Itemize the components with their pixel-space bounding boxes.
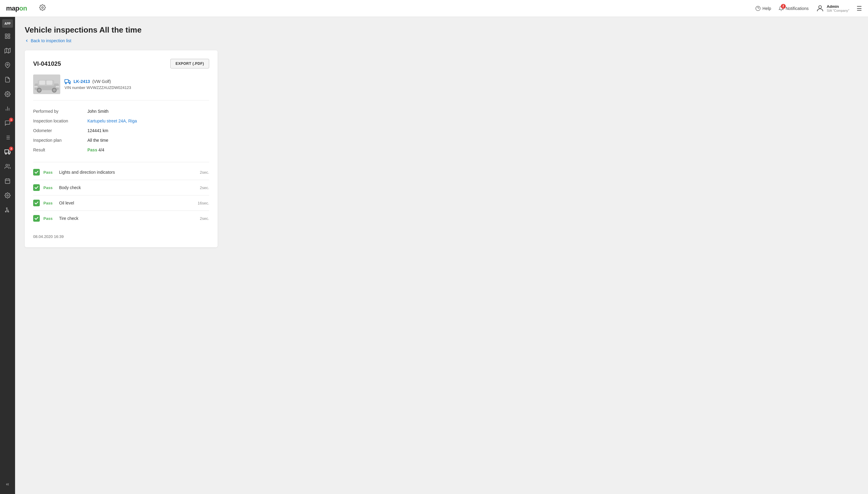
sidebar-item-integrations[interactable] <box>0 203 15 217</box>
svg-point-32 <box>6 208 7 209</box>
svg-point-12 <box>7 94 8 95</box>
field-odometer: Odometer 124441 km <box>33 126 209 135</box>
users-icon <box>4 164 11 170</box>
sidebar-item-location[interactable] <box>0 58 15 72</box>
svg-point-47 <box>65 83 66 84</box>
item-status-oil: Pass <box>43 201 56 205</box>
svg-point-0 <box>42 7 43 8</box>
notifications-badge: 2 <box>781 4 786 9</box>
map-icon <box>4 48 11 54</box>
sidebar-item-reports[interactable] <box>0 101 15 116</box>
svg-point-33 <box>8 211 9 212</box>
sidebar-item-users[interactable] <box>0 159 15 174</box>
page-title: Vehicle inspections All the time <box>25 25 859 35</box>
notifications-button[interactable]: 2 Notifications <box>778 6 809 11</box>
inspection-id: VI-041025 <box>33 60 61 67</box>
svg-rect-6 <box>5 37 7 39</box>
inspection-item-tire: Pass Tire check 2sec. <box>33 211 209 226</box>
document-icon <box>4 77 11 83</box>
vehicle-vin: VIN number WVWZZZAUZDW024123 <box>64 86 131 90</box>
export-pdf-button[interactable]: EXPORT (.PDF) <box>170 59 209 69</box>
item-name-tire: Tire check <box>59 216 196 221</box>
pass-check-icon-tire <box>33 215 40 222</box>
integrations-icon <box>4 207 11 213</box>
svg-point-26 <box>6 164 8 167</box>
messages-badge: 1 <box>9 118 13 122</box>
sidebar-collapse-button[interactable] <box>0 477 15 492</box>
pass-check-icon-oil <box>33 200 40 206</box>
svg-rect-46 <box>65 80 68 83</box>
pass-check-icon-body <box>33 184 40 191</box>
field-location: Inspection location Kartupelu street 24A… <box>33 116 209 126</box>
item-name-lights: Lights and direction indicators <box>59 170 196 175</box>
inspection-info-table: Performed by John Smith Inspection locat… <box>33 107 209 155</box>
sidebar-item-calendar[interactable] <box>0 174 15 188</box>
main-content: Vehicle inspections All the time Back to… <box>15 17 868 494</box>
svg-rect-7 <box>8 37 10 39</box>
collapse-icon <box>5 482 10 487</box>
main-layout: APP 1 3 <box>0 17 868 494</box>
pass-check-icon-lights <box>33 169 40 175</box>
sidebar-item-dashboard[interactable] <box>0 29 15 43</box>
topnav: mapon Help 2 Notifications Admin SIA "Co… <box>0 0 868 17</box>
section-divider <box>33 162 209 162</box>
logo[interactable]: mapon <box>6 4 27 12</box>
svg-point-41 <box>38 89 41 92</box>
item-time-oil: 16sec. <box>198 201 209 205</box>
settings-gear-icon[interactable] <box>39 4 46 12</box>
svg-rect-39 <box>46 80 53 85</box>
inspection-item-body: Pass Body check 2sec. <box>33 180 209 195</box>
inspection-item-lights: Pass Lights and direction indicators 2se… <box>33 165 209 180</box>
svg-rect-5 <box>8 34 10 36</box>
back-to-inspection-list-link[interactable]: Back to inspection list <box>25 38 859 43</box>
item-name-oil: Oil level <box>59 201 194 205</box>
reports-icon <box>4 106 11 112</box>
notifications-label: Notifications <box>786 6 809 11</box>
sidebar-item-app[interactable]: APP <box>2 19 13 28</box>
sidebar-item-messages[interactable]: 1 <box>0 116 15 130</box>
dashboard-icon <box>4 33 11 39</box>
sidebar: APP 1 3 <box>0 17 15 494</box>
settings-icon <box>4 91 11 97</box>
svg-point-24 <box>5 153 7 154</box>
sidebar-item-vehicles[interactable]: 3 <box>0 145 15 159</box>
card-header: VI-041025 EXPORT (.PDF) <box>33 59 209 69</box>
svg-rect-45 <box>56 86 59 88</box>
help-button[interactable]: Help <box>755 6 771 11</box>
inspection-items-list: Pass Lights and direction indicators 2se… <box>33 165 209 226</box>
calendar-icon <box>4 178 11 184</box>
item-status-body: Pass <box>43 186 56 190</box>
vehicle-model: (VW Golf) <box>92 79 111 84</box>
svg-rect-22 <box>5 150 8 153</box>
sidebar-item-settings[interactable] <box>0 87 15 101</box>
vehicle-plate[interactable]: LK-2413 <box>74 79 90 84</box>
inspection-timestamp: 08.04.2020 16:39 <box>33 231 209 239</box>
result-pass-label: Pass <box>87 148 97 152</box>
user-menu[interactable]: Admin SIA "Company" <box>816 4 849 13</box>
sidebar-item-map[interactable] <box>0 43 15 58</box>
hamburger-menu-icon[interactable]: ☰ <box>856 5 862 12</box>
sidebar-item-list[interactable] <box>0 130 15 145</box>
inspection-item-oil: Pass Oil level 16sec. <box>33 195 209 211</box>
inspection-location-link[interactable]: Kartupelu street 24A, Riga <box>87 118 137 124</box>
item-time-lights: 2sec. <box>200 170 209 175</box>
inspection-card: VI-041025 EXPORT (.PDF) <box>25 50 218 247</box>
back-chevron-icon <box>25 39 29 43</box>
user-avatar-icon <box>816 4 824 13</box>
sidebar-item-gear[interactable] <box>0 188 15 203</box>
svg-rect-27 <box>5 179 10 183</box>
location-icon <box>4 62 11 68</box>
user-name: Admin <box>827 4 849 9</box>
help-label: Help <box>763 6 771 11</box>
sidebar-item-documents[interactable] <box>0 72 15 87</box>
user-company: SIA "Company" <box>827 9 849 12</box>
field-inspection-plan: Inspection plan All the time <box>33 135 209 145</box>
help-icon <box>755 6 761 11</box>
item-status-lights: Pass <box>43 170 56 175</box>
vehicle-type-icon <box>64 79 71 84</box>
topnav-right: Help 2 Notifications Admin SIA "Company"… <box>755 4 862 13</box>
field-performed-by: Performed by John Smith <box>33 107 209 116</box>
item-status-tire: Pass <box>43 216 56 221</box>
field-result: Result Pass 4/4 <box>33 145 209 155</box>
svg-rect-38 <box>39 80 45 85</box>
